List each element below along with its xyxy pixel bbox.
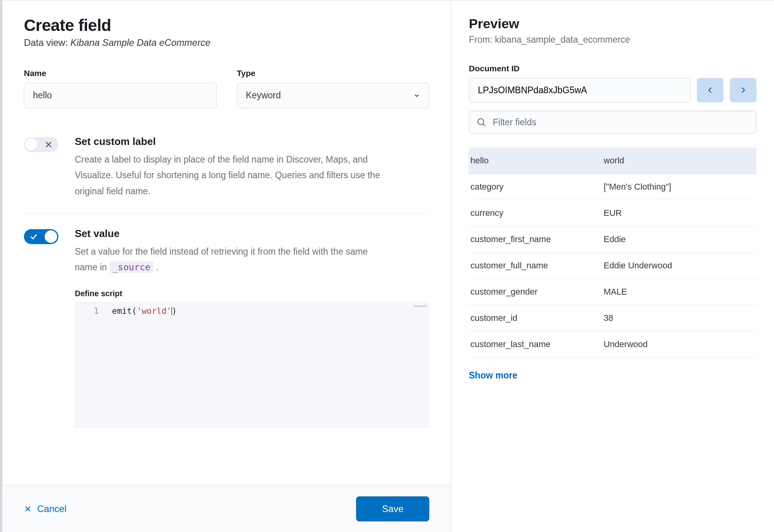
table-row: customer_id38 — [469, 305, 756, 331]
document-id-label: Document ID — [469, 64, 756, 73]
field-name: customer_id — [470, 313, 604, 323]
svg-line-5 — [483, 124, 485, 126]
field-value: Eddie Underwood — [604, 261, 755, 271]
header-value: world — [604, 156, 755, 166]
save-button[interactable]: Save — [356, 496, 429, 521]
table-row: category["Men's Clothing"] — [469, 174, 756, 200]
script-label: Define script — [75, 289, 429, 298]
table-row: customer_full_nameEddie Underwood — [469, 253, 756, 279]
table-row: customer_last_nameUnderwood — [469, 331, 756, 358]
set-value-desc-post: . — [154, 262, 159, 272]
search-icon — [476, 117, 486, 127]
table-row: currencyEUR — [469, 200, 756, 226]
cancel-label: Cancel — [37, 503, 67, 514]
name-label: Name — [24, 69, 217, 78]
line-number: 1 — [75, 306, 99, 316]
dataview-subtitle: Data view: Kibana Sample Data eCommerce — [24, 37, 429, 48]
show-more-button[interactable]: Show more — [469, 370, 517, 381]
filter-fields-input[interactable]: Filter fields — [469, 111, 756, 134]
prev-document-button[interactable] — [697, 78, 723, 102]
field-value: Eddie — [604, 234, 755, 244]
field-name: customer_full_name — [470, 261, 604, 271]
filter-placeholder: Filter fields — [493, 117, 536, 128]
name-input[interactable] — [24, 83, 217, 108]
preview-from: From: kibana_sample_data_ecommerce — [469, 34, 756, 45]
custom-label-desc: Create a label to display in place of th… — [75, 152, 388, 199]
table-header: hello world — [469, 148, 756, 174]
code-line: emit('world') — [107, 302, 177, 427]
field-name: customer_last_name — [470, 339, 604, 349]
field-name: category — [470, 182, 604, 192]
table-row: customer_genderMALE — [469, 279, 756, 305]
chevron-left-icon — [706, 86, 714, 94]
field-value: 38 — [604, 313, 755, 323]
chevron-right-icon — [739, 86, 747, 94]
field-value: EUR — [604, 208, 755, 218]
source-code-token: _source — [109, 261, 154, 273]
dataview-name: Kibana Sample Data eCommerce — [71, 37, 211, 48]
svg-point-4 — [478, 119, 484, 125]
chevron-down-icon — [413, 92, 420, 99]
set-value-title: Set value — [75, 228, 429, 240]
document-id-input[interactable] — [469, 78, 691, 102]
cancel-button[interactable]: Cancel — [24, 503, 67, 514]
field-value: MALE — [604, 287, 755, 297]
field-name: customer_gender — [470, 287, 604, 297]
type-value: Keyword — [246, 90, 281, 101]
check-icon — [29, 232, 38, 241]
type-select[interactable]: Keyword — [237, 83, 430, 108]
table-row: customer_first_nameEddie — [469, 226, 756, 253]
dataview-prefix: Data view: — [24, 37, 71, 48]
custom-label-toggle[interactable] — [24, 137, 58, 152]
type-label: Type — [237, 69, 430, 78]
set-value-desc: Set a value for the field instead of ret… — [75, 244, 388, 275]
next-document-button[interactable] — [730, 78, 756, 102]
close-icon — [44, 140, 53, 149]
field-name: customer_first_name — [470, 234, 604, 244]
page-title: Create field — [24, 16, 429, 35]
script-editor[interactable]: 1 emit('world') — [75, 302, 429, 427]
header-key: hello — [470, 156, 604, 166]
custom-label-title: Set custom label — [75, 136, 388, 148]
field-value: Underwood — [604, 339, 755, 349]
set-value-toggle[interactable] — [24, 229, 58, 244]
preview-table: hello world category["Men's Clothing"]cu… — [469, 148, 756, 358]
preview-title: Preview — [469, 16, 756, 31]
minimap-icon — [414, 306, 427, 307]
field-name: currency — [470, 208, 604, 218]
close-icon — [24, 505, 32, 513]
field-value: ["Men's Clothing"] — [604, 182, 755, 192]
